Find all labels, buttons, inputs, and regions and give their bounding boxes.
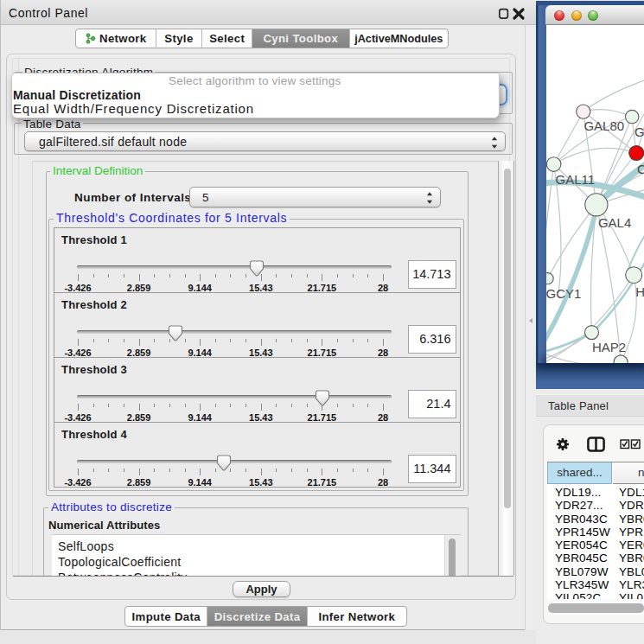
svg-text:C: C bbox=[637, 162, 644, 176]
svg-text:GAL4: GAL4 bbox=[598, 215, 631, 230]
svg-text:HAP2: HAP2 bbox=[592, 340, 626, 354]
svg-text:GAL80: GAL80 bbox=[583, 118, 624, 133]
svg-text:GA: GA bbox=[634, 124, 644, 139]
svg-text:H: H bbox=[635, 284, 644, 299]
svg-text:GAL11: GAL11 bbox=[556, 172, 596, 187]
svg-text:GCY1: GCY1 bbox=[546, 286, 581, 301]
